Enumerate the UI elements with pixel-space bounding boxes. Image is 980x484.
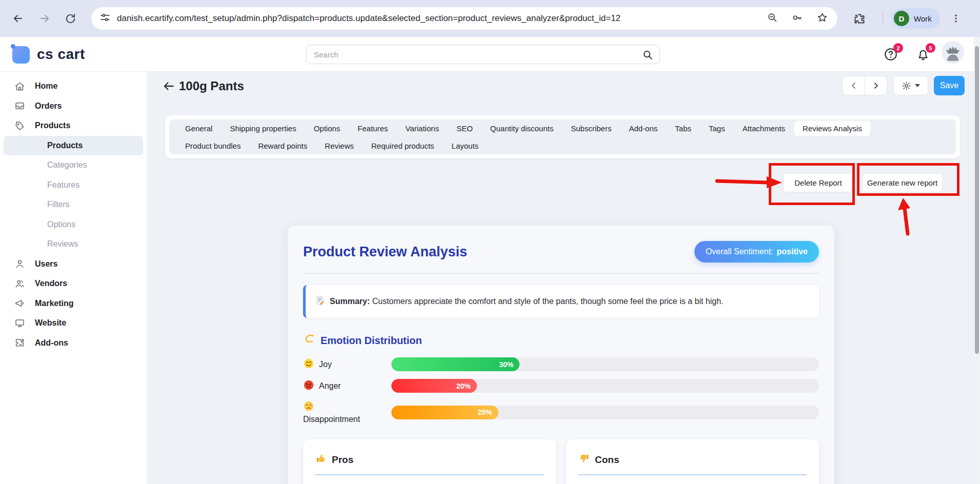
sidebar-item-label: Orders [35, 102, 62, 111]
tab-attachments[interactable]: Attachments [734, 120, 794, 136]
logo-mark [12, 46, 30, 64]
emotion-row-disappointment: Disappointment25% [303, 400, 819, 424]
sentiment-value: positive [777, 247, 808, 256]
sidebar-item-categories[interactable]: Categories [0, 155, 147, 175]
main-content: 100g Pants Save GeneralShipping properti… [147, 72, 974, 484]
tab-product-bundles[interactable]: Product bundles [176, 138, 249, 154]
tab-add-ons[interactable]: Add-ons [620, 120, 666, 136]
sidebar-item-add-ons[interactable]: Add-ons [0, 333, 147, 353]
emotion-row-joy: Joy30% [303, 357, 819, 371]
sidebar-item-label: Add-ons [35, 338, 68, 348]
tab-tabs[interactable]: Tabs [666, 120, 700, 136]
tab-options[interactable]: Options [305, 120, 349, 136]
tab-shipping-properties[interactable]: Shipping properties [221, 120, 305, 136]
help-button[interactable]: 2 [884, 47, 898, 64]
sidebar-nav: HomeOrdersProductsProductsCategoriesFeat… [0, 72, 147, 353]
report-title: Product Review Analysis [303, 244, 467, 260]
page-settings-dropdown[interactable] [893, 76, 928, 95]
notifications-button[interactable]: 5 [916, 47, 930, 64]
tab-reviews-analysis[interactable]: Reviews Analysis [794, 120, 871, 136]
memo-icon [315, 295, 325, 308]
prev-product-button[interactable] [842, 76, 865, 95]
screen: danish.ecartify.com/test_setup/admin.php… [0, 0, 980, 484]
tab-seo[interactable]: SEO [448, 120, 482, 136]
next-product-button[interactable] [865, 76, 887, 95]
tab-general[interactable]: General [176, 120, 221, 136]
sentiment-badge: Overall Sentiment: positive [694, 241, 819, 263]
search-icon[interactable] [642, 49, 653, 63]
tab-layouts[interactable]: Layouts [443, 138, 488, 154]
scrollbar-thumb[interactable] [975, 46, 979, 354]
pros-heading: Pros [332, 454, 353, 466]
review-analysis-card: Product Review Analysis Overall Sentimen… [288, 226, 834, 484]
sidebar-item-users[interactable]: Users [0, 254, 147, 274]
sidebar-item-orders[interactable]: Orders [0, 96, 147, 116]
sidebar-item-marketing[interactable]: Marketing [0, 294, 147, 314]
sidebar-item-filters[interactable]: Filters [0, 195, 147, 215]
joy-face-icon [303, 358, 314, 371]
tabs-row-2: Product bundlesReward pointsReviewsRequi… [176, 137, 949, 154]
sidebar-item-label: Reviews [47, 239, 78, 249]
cons-heading: Cons [595, 454, 619, 466]
global-search [306, 45, 660, 64]
sidebar-item-options[interactable]: Options [0, 215, 147, 235]
sidebar-item-label: Vendors [35, 279, 67, 288]
save-button[interactable]: Save [934, 76, 965, 95]
user-avatar[interactable] [942, 41, 964, 64]
tab-variations[interactable]: Variations [397, 120, 448, 136]
browser-forward-icon[interactable] [36, 10, 53, 27]
emotion-distribution-heading: Emotion Distribution [303, 333, 819, 348]
sidebar-item-home[interactable]: Home [0, 76, 147, 96]
browser-reload-icon[interactable] [62, 10, 79, 27]
tab-reward-points[interactable]: Reward points [249, 138, 316, 154]
emotion-bar-track: 25% [391, 406, 819, 419]
tab-features[interactable]: Features [349, 120, 396, 136]
chevron-down-icon [915, 84, 920, 87]
tab-tags[interactable]: Tags [700, 120, 734, 136]
search-input[interactable] [307, 45, 659, 64]
tab-required-products[interactable]: Required products [363, 138, 443, 154]
zoom-out-icon[interactable] [767, 12, 778, 25]
sidebar-item-products[interactable]: Products [4, 136, 143, 156]
sidebar: HomeOrdersProductsProductsCategoriesFeat… [0, 72, 147, 484]
generate-report-button[interactable]: Generate new report [862, 173, 943, 192]
tab-subscribers[interactable]: Subscribers [562, 120, 620, 136]
summary-label: Summary: [330, 297, 370, 306]
delete-report-button[interactable]: Delete Report [783, 173, 853, 192]
sidebar-item-label: Features [47, 180, 79, 190]
sidebar-item-products[interactable]: Products [0, 116, 147, 136]
sentiment-label: Overall Sentiment: [706, 247, 773, 256]
back-button[interactable] [159, 77, 178, 95]
browser-menu-icon[interactable] [947, 10, 965, 27]
password-key-icon[interactable] [791, 12, 803, 26]
summary-box: Summary: Customers appreciate the comfor… [303, 285, 819, 318]
sidebar-item-vendors[interactable]: Vendors [0, 274, 147, 294]
emotion-bar-fill: 30% [391, 357, 519, 371]
divider [315, 474, 544, 475]
emotion-rows: Joy30%Anger20%Disappointment25% [303, 357, 819, 424]
disappointment-face-icon [303, 400, 391, 414]
site-settings-icon[interactable] [99, 12, 111, 25]
sidebar-item-features[interactable]: Features [0, 175, 147, 195]
bookmark-star-icon[interactable] [816, 12, 828, 26]
help-badge: 2 [893, 43, 903, 53]
gear-icon [902, 81, 911, 91]
emotion-label: Joy [319, 360, 332, 369]
extensions-icon[interactable] [851, 10, 868, 27]
url-text[interactable]: danish.ecartify.com/test_setup/admin.php… [117, 13, 621, 24]
sidebar-item-reviews[interactable]: Reviews [0, 234, 147, 254]
emotion-label: Anger [319, 381, 341, 391]
sidebar-item-label: Filters [47, 200, 70, 209]
product-tabs-panel: GeneralShipping propertiesOptionsFeature… [165, 115, 960, 158]
anger-face-icon [303, 379, 314, 393]
address-bar[interactable]: danish.ecartify.com/test_setup/admin.php… [91, 7, 837, 30]
tab-reviews[interactable]: Reviews [316, 138, 363, 154]
tab-quantity-discounts[interactable]: Quantity discounts [482, 120, 562, 136]
sidebar-item-website[interactable]: Website [0, 313, 147, 333]
browser-profile-button[interactable]: D Work [891, 8, 940, 29]
cscart-logo[interactable]: cs cart [11, 45, 124, 65]
megaphone-icon [13, 298, 26, 309]
browser-back-icon[interactable] [9, 10, 27, 27]
annotation-arrow-right [715, 173, 783, 191]
page-scrollbar[interactable] [974, 37, 980, 484]
